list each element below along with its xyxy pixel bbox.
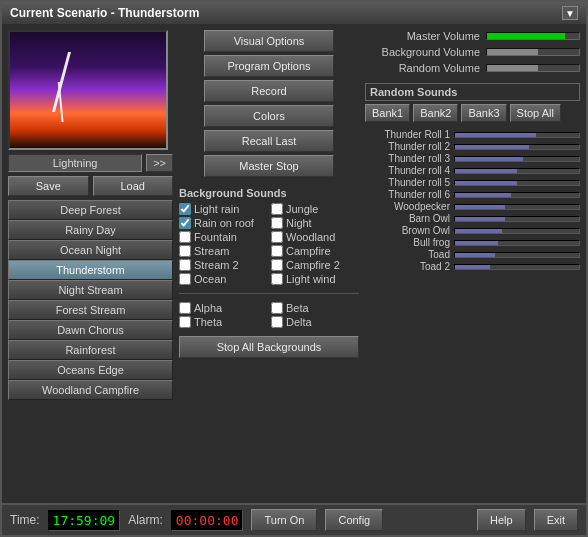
scenario-btn-woodland-campfire[interactable]: Woodland Campfire	[8, 380, 173, 400]
sound-volume-slider[interactable]	[454, 132, 580, 138]
sound-volume-slider[interactable]	[454, 252, 580, 258]
title-bar: Current Scenario - Thunderstorm ▼	[2, 2, 586, 24]
scenario-btn-forest-stream[interactable]: Forest Stream	[8, 300, 173, 320]
random-volume-label: Random Volume	[365, 62, 480, 74]
brain-sound-label: Theta	[194, 316, 222, 328]
bank1-button[interactable]: Bank1	[365, 104, 410, 122]
sound-volume-fill	[455, 181, 517, 185]
stop-all-random-button[interactable]: Stop All	[510, 104, 561, 122]
bank2-button[interactable]: Bank2	[413, 104, 458, 122]
minimize-button[interactable]: ▼	[562, 6, 578, 20]
bg-sound-label: Campfire 2	[286, 259, 340, 271]
random-volume-row: Random Volume	[365, 62, 580, 74]
scenario-btn-ocean-night[interactable]: Ocean Night	[8, 240, 173, 260]
bg-sound-checkbox-woodland[interactable]	[271, 231, 283, 243]
bg-sound-checkbox-campfire[interactable]	[271, 245, 283, 257]
stop-all-backgrounds-button[interactable]: Stop All Backgrounds	[179, 336, 359, 358]
recall-last-button[interactable]: Recall Last	[204, 130, 334, 152]
sound-row: Toad	[365, 249, 580, 260]
sound-volume-slider[interactable]	[454, 144, 580, 150]
sound-volume-slider[interactable]	[454, 156, 580, 162]
arrow-button[interactable]: >>	[146, 154, 173, 172]
scenario-btn-night-stream[interactable]: Night Stream	[8, 280, 173, 300]
random-volume-slider[interactable]	[486, 64, 580, 72]
exit-button[interactable]: Exit	[534, 509, 578, 531]
sound-volume-fill	[455, 145, 529, 149]
bg-sound-checkbox-fountain[interactable]	[179, 231, 191, 243]
brain-sound-checkbox-beta[interactable]	[271, 302, 283, 314]
brain-sound-checkbox-theta[interactable]	[179, 316, 191, 328]
program-options-button[interactable]: Program Options	[204, 55, 334, 77]
bg-sound-item-fountain: Fountain	[179, 231, 267, 243]
bg-sound-item-light-rain: Light rain	[179, 203, 267, 215]
bg-sound-label: Jungle	[286, 203, 318, 215]
sound-volume-fill	[455, 169, 517, 173]
random-sounds-label: Random Sounds	[365, 83, 580, 101]
help-button[interactable]: Help	[477, 509, 526, 531]
master-stop-button[interactable]: Master Stop	[204, 155, 334, 177]
bg-sound-checkbox-night[interactable]	[271, 217, 283, 229]
bg-sound-label: Campfire	[286, 245, 331, 257]
bg-sound-item-jungle: Jungle	[271, 203, 359, 215]
sound-volume-slider[interactable]	[454, 216, 580, 222]
sound-name: Brown Owl	[365, 225, 450, 236]
scenario-btn-deep-forest[interactable]: Deep Forest	[8, 200, 173, 220]
sound-volume-slider[interactable]	[454, 228, 580, 234]
bg-volume-slider[interactable]	[486, 48, 580, 56]
time-label: Time:	[10, 513, 40, 527]
sound-volume-slider[interactable]	[454, 264, 580, 270]
bg-volume-row: Background Volume	[365, 46, 580, 58]
bg-sounds-label: Background Sounds	[179, 187, 359, 199]
master-volume-label: Master Volume	[365, 30, 480, 42]
sound-volume-slider[interactable]	[454, 180, 580, 186]
separator1	[179, 293, 359, 294]
bank3-button[interactable]: Bank3	[461, 104, 506, 122]
sound-name: Thunder roll 6	[365, 189, 450, 200]
master-volume-slider[interactable]	[486, 32, 580, 40]
bg-sound-item-campfire-2: Campfire 2	[271, 259, 359, 271]
scenario-btn-dawn-chorus[interactable]: Dawn Chorus	[8, 320, 173, 340]
sound-volume-slider[interactable]	[454, 168, 580, 174]
scenario-btn-rainy-day[interactable]: Rainy Day	[8, 220, 173, 240]
visual-options-button[interactable]: Visual Options	[204, 30, 334, 52]
sound-volume-fill	[455, 133, 536, 137]
scenario-btn-thunderstorm[interactable]: Thunderstorm	[8, 260, 173, 280]
bg-sound-item-campfire: Campfire	[271, 245, 359, 257]
master-volume-fill	[487, 33, 565, 39]
content-area: Lightning >> Save Load Deep ForestRainy …	[2, 24, 586, 503]
colors-button[interactable]: Colors	[204, 105, 334, 127]
bg-sound-checkbox-ocean[interactable]	[179, 273, 191, 285]
brain-sound-checkbox-alpha[interactable]	[179, 302, 191, 314]
lightning-decoration	[52, 52, 71, 112]
bg-sound-label: Light rain	[194, 203, 239, 215]
sound-volume-fill	[455, 217, 505, 221]
sound-volume-slider[interactable]	[454, 192, 580, 198]
brain-sounds-grid: AlphaBetaThetaDelta	[179, 302, 359, 328]
bg-sound-checkbox-light-wind[interactable]	[271, 273, 283, 285]
bottom-bar: Time: 17:59:09 Alarm: 00:00:00 Turn On C…	[2, 503, 586, 535]
bg-sound-checkbox-stream-2[interactable]	[179, 259, 191, 271]
save-button[interactable]: Save	[8, 176, 89, 196]
bg-sound-checkbox-jungle[interactable]	[271, 203, 283, 215]
bg-volume-label: Background Volume	[365, 46, 480, 58]
sound-row: Brown Owl	[365, 225, 580, 236]
turn-on-button[interactable]: Turn On	[251, 509, 317, 531]
scenario-btn-oceans-edge[interactable]: Oceans Edge	[8, 360, 173, 380]
config-button[interactable]: Config	[325, 509, 383, 531]
sound-volume-fill	[455, 241, 498, 245]
load-button[interactable]: Load	[93, 176, 174, 196]
bg-sound-checkbox-campfire-2[interactable]	[271, 259, 283, 271]
scenario-btn-rainforest[interactable]: Rainforest	[8, 340, 173, 360]
sound-rows: Thunder Roll 1Thunder roll 2Thunder roll…	[365, 129, 580, 273]
bg-sound-item-ocean: Ocean	[179, 273, 267, 285]
brain-sound-checkbox-delta[interactable]	[271, 316, 283, 328]
bg-sound-item-rain-on-roof: Rain on roof	[179, 217, 267, 229]
bg-sound-item-woodland: Woodland	[271, 231, 359, 243]
sound-volume-slider[interactable]	[454, 204, 580, 210]
bg-sound-checkbox-rain-on-roof[interactable]	[179, 217, 191, 229]
sound-volume-slider[interactable]	[454, 240, 580, 246]
bg-sound-checkbox-light-rain[interactable]	[179, 203, 191, 215]
bg-sound-checkbox-stream[interactable]	[179, 245, 191, 257]
record-button[interactable]: Record	[204, 80, 334, 102]
sound-row: Thunder roll 3	[365, 153, 580, 164]
